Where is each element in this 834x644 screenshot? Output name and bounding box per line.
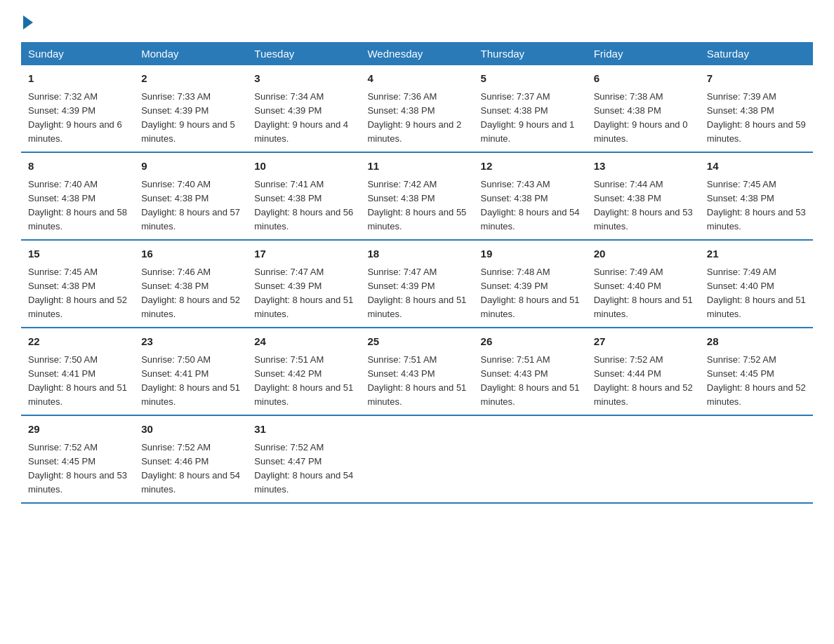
calendar-cell: 16 Sunrise: 7:46 AMSunset: 4:38 PMDaylig… — [134, 240, 247, 328]
calendar-cell: 11 Sunrise: 7:42 AMSunset: 4:38 PMDaylig… — [360, 152, 473, 240]
day-info: Sunrise: 7:52 AMSunset: 4:44 PMDaylight:… — [594, 354, 693, 407]
day-info: Sunrise: 7:51 AMSunset: 4:43 PMDaylight:… — [481, 354, 580, 407]
day-number: 3 — [254, 71, 353, 87]
day-info: Sunrise: 7:43 AMSunset: 4:38 PMDaylight:… — [481, 179, 580, 232]
header-friday: Friday — [587, 42, 700, 65]
day-number: 29 — [28, 422, 127, 438]
day-info: Sunrise: 7:42 AMSunset: 4:38 PMDaylight:… — [367, 179, 466, 232]
day-info: Sunrise: 7:45 AMSunset: 4:38 PMDaylight:… — [707, 179, 806, 232]
day-number: 13 — [594, 159, 693, 175]
day-number: 12 — [481, 159, 580, 175]
day-info: Sunrise: 7:51 AMSunset: 4:43 PMDaylight:… — [367, 354, 466, 407]
calendar-cell: 9 Sunrise: 7:40 AMSunset: 4:38 PMDayligh… — [134, 152, 247, 240]
day-info: Sunrise: 7:36 AMSunset: 4:38 PMDaylight:… — [367, 91, 461, 144]
header-monday: Monday — [134, 42, 247, 65]
day-number: 21 — [707, 246, 806, 262]
day-info: Sunrise: 7:34 AMSunset: 4:39 PMDaylight:… — [254, 91, 348, 144]
day-info: Sunrise: 7:37 AMSunset: 4:38 PMDaylight:… — [481, 91, 575, 144]
day-number: 23 — [141, 334, 240, 350]
calendar-cell: 26 Sunrise: 7:51 AMSunset: 4:43 PMDaylig… — [474, 328, 587, 415]
day-info: Sunrise: 7:40 AMSunset: 4:38 PMDaylight:… — [28, 179, 127, 232]
header-thursday: Thursday — [474, 42, 587, 65]
header-saturday: Saturday — [700, 42, 813, 65]
header-sunday: Sunday — [21, 42, 134, 65]
day-info: Sunrise: 7:49 AMSunset: 4:40 PMDaylight:… — [594, 267, 693, 319]
calendar-cell: 29 Sunrise: 7:52 AMSunset: 4:45 PMDaylig… — [21, 415, 134, 503]
calendar-week-row: 22 Sunrise: 7:50 AMSunset: 4:41 PMDaylig… — [21, 328, 813, 415]
day-number: 11 — [367, 159, 466, 175]
calendar-week-row: 15 Sunrise: 7:45 AMSunset: 4:38 PMDaylig… — [21, 240, 813, 328]
calendar-cell: 23 Sunrise: 7:50 AMSunset: 4:41 PMDaylig… — [134, 328, 247, 415]
day-info: Sunrise: 7:52 AMSunset: 4:45 PMDaylight:… — [707, 354, 806, 407]
day-info: Sunrise: 7:41 AMSunset: 4:38 PMDaylight:… — [254, 179, 353, 232]
day-number: 27 — [594, 334, 693, 350]
header-wednesday: Wednesday — [360, 42, 473, 65]
day-number: 9 — [141, 159, 240, 175]
day-number: 22 — [28, 334, 127, 350]
day-number: 4 — [367, 71, 466, 87]
calendar-cell: 13 Sunrise: 7:44 AMSunset: 4:38 PMDaylig… — [587, 152, 700, 240]
day-number: 17 — [254, 246, 353, 262]
day-number: 5 — [481, 71, 580, 87]
day-info: Sunrise: 7:52 AMSunset: 4:47 PMDaylight:… — [254, 442, 353, 495]
calendar-cell: 12 Sunrise: 7:43 AMSunset: 4:38 PMDaylig… — [474, 152, 587, 240]
calendar-cell: 27 Sunrise: 7:52 AMSunset: 4:44 PMDaylig… — [587, 328, 700, 415]
day-info: Sunrise: 7:44 AMSunset: 4:38 PMDaylight:… — [594, 179, 693, 232]
calendar-cell — [474, 415, 587, 503]
day-number: 18 — [367, 246, 466, 262]
calendar-week-row: 1 Sunrise: 7:32 AMSunset: 4:39 PMDayligh… — [21, 65, 813, 152]
day-info: Sunrise: 7:51 AMSunset: 4:42 PMDaylight:… — [254, 354, 353, 407]
calendar-cell: 19 Sunrise: 7:48 AMSunset: 4:39 PMDaylig… — [474, 240, 587, 328]
day-number: 15 — [28, 246, 127, 262]
day-info: Sunrise: 7:49 AMSunset: 4:40 PMDaylight:… — [707, 267, 806, 319]
calendar-cell: 8 Sunrise: 7:40 AMSunset: 4:38 PMDayligh… — [21, 152, 134, 240]
calendar-cell: 28 Sunrise: 7:52 AMSunset: 4:45 PMDaylig… — [700, 328, 813, 415]
day-number: 31 — [254, 422, 353, 438]
day-number: 7 — [707, 71, 806, 87]
calendar-cell: 20 Sunrise: 7:49 AMSunset: 4:40 PMDaylig… — [587, 240, 700, 328]
day-number: 26 — [481, 334, 580, 350]
calendar-cell: 17 Sunrise: 7:47 AMSunset: 4:39 PMDaylig… — [247, 240, 360, 328]
day-info: Sunrise: 7:32 AMSunset: 4:39 PMDaylight:… — [28, 91, 122, 144]
day-info: Sunrise: 7:39 AMSunset: 4:38 PMDaylight:… — [707, 91, 806, 144]
calendar-cell: 14 Sunrise: 7:45 AMSunset: 4:38 PMDaylig… — [700, 152, 813, 240]
calendar-cell: 21 Sunrise: 7:49 AMSunset: 4:40 PMDaylig… — [700, 240, 813, 328]
calendar-cell: 2 Sunrise: 7:33 AMSunset: 4:39 PMDayligh… — [134, 65, 247, 152]
day-number: 25 — [367, 334, 466, 350]
day-number: 19 — [481, 246, 580, 262]
day-number: 1 — [28, 71, 127, 87]
calendar-cell: 24 Sunrise: 7:51 AMSunset: 4:42 PMDaylig… — [247, 328, 360, 415]
calendar-cell: 25 Sunrise: 7:51 AMSunset: 4:43 PMDaylig… — [360, 328, 473, 415]
day-info: Sunrise: 7:40 AMSunset: 4:38 PMDaylight:… — [141, 179, 240, 232]
header-tuesday: Tuesday — [247, 42, 360, 65]
calendar-week-row: 8 Sunrise: 7:40 AMSunset: 4:38 PMDayligh… — [21, 152, 813, 240]
calendar-cell: 1 Sunrise: 7:32 AMSunset: 4:39 PMDayligh… — [21, 65, 134, 152]
day-number: 20 — [594, 246, 693, 262]
logo — [21, 14, 33, 29]
calendar-cell: 7 Sunrise: 7:39 AMSunset: 4:38 PMDayligh… — [700, 65, 813, 152]
day-number: 14 — [707, 159, 806, 175]
day-number: 8 — [28, 159, 127, 175]
day-number: 2 — [141, 71, 240, 87]
day-info: Sunrise: 7:50 AMSunset: 4:41 PMDaylight:… — [141, 354, 240, 407]
calendar-cell: 4 Sunrise: 7:36 AMSunset: 4:38 PMDayligh… — [360, 65, 473, 152]
day-number: 10 — [254, 159, 353, 175]
calendar-table: SundayMondayTuesdayWednesdayThursdayFrid… — [21, 42, 813, 504]
day-info: Sunrise: 7:38 AMSunset: 4:38 PMDaylight:… — [594, 91, 688, 144]
day-info: Sunrise: 7:48 AMSunset: 4:39 PMDaylight:… — [481, 267, 580, 319]
day-info: Sunrise: 7:33 AMSunset: 4:39 PMDaylight:… — [141, 91, 235, 144]
calendar-cell: 3 Sunrise: 7:34 AMSunset: 4:39 PMDayligh… — [247, 65, 360, 152]
day-info: Sunrise: 7:47 AMSunset: 4:39 PMDaylight:… — [254, 267, 353, 319]
calendar-cell: 31 Sunrise: 7:52 AMSunset: 4:47 PMDaylig… — [247, 415, 360, 503]
calendar-cell — [700, 415, 813, 503]
calendar-cell: 15 Sunrise: 7:45 AMSunset: 4:38 PMDaylig… — [21, 240, 134, 328]
day-info: Sunrise: 7:45 AMSunset: 4:38 PMDaylight:… — [28, 267, 127, 319]
logo-arrow-icon — [23, 15, 33, 29]
day-info: Sunrise: 7:50 AMSunset: 4:41 PMDaylight:… — [28, 354, 127, 407]
calendar-cell: 10 Sunrise: 7:41 AMSunset: 4:38 PMDaylig… — [247, 152, 360, 240]
page-header — [21, 14, 813, 29]
calendar-week-row: 29 Sunrise: 7:52 AMSunset: 4:45 PMDaylig… — [21, 415, 813, 503]
calendar-header-row: SundayMondayTuesdayWednesdayThursdayFrid… — [21, 42, 813, 65]
day-number: 28 — [707, 334, 806, 350]
calendar-cell: 6 Sunrise: 7:38 AMSunset: 4:38 PMDayligh… — [587, 65, 700, 152]
